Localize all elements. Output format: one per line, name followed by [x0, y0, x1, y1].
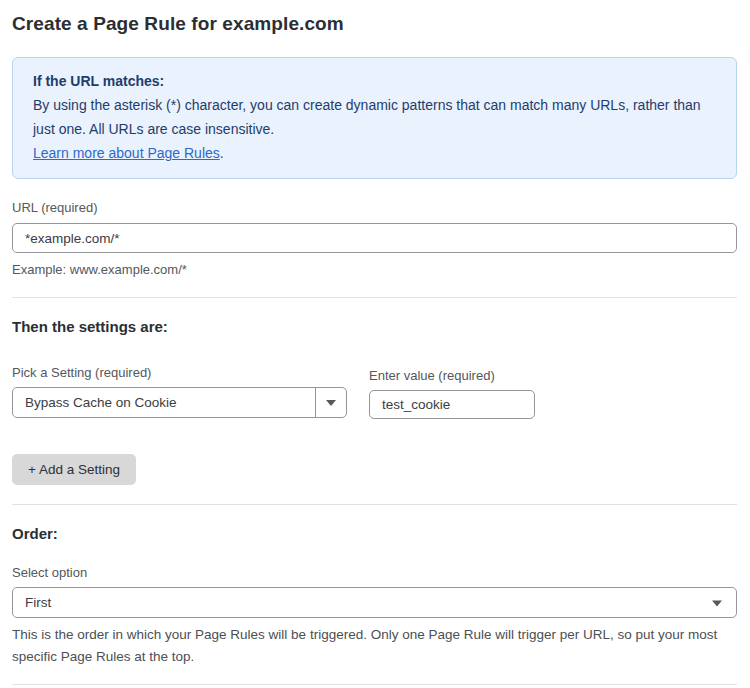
add-setting-button[interactable]: + Add a Setting	[12, 454, 136, 485]
setting-select[interactable]: Bypass Cache on Cookie	[12, 387, 347, 418]
settings-section-heading: Then the settings are:	[12, 318, 737, 335]
order-select-value: First	[13, 595, 736, 610]
order-section-heading: Order:	[12, 525, 737, 542]
info-callout-link-line: Learn more about Page Rules.	[33, 141, 716, 165]
url-input[interactable]	[12, 223, 737, 253]
url-field-label: URL (required)	[12, 200, 737, 215]
url-match-info-callout: If the URL matches: By using the asteris…	[12, 57, 737, 179]
setting-select-value: Bypass Cache on Cookie	[13, 395, 315, 410]
value-field-label: Enter value (required)	[369, 368, 535, 383]
info-callout-heading: If the URL matches:	[33, 69, 716, 93]
divider	[12, 504, 737, 505]
setting-select-arrow-button[interactable]	[315, 388, 346, 417]
order-select-label: Select option	[12, 565, 737, 580]
divider	[12, 297, 737, 298]
info-callout-body: By using the asterisk (*) character, you…	[33, 93, 716, 141]
url-helper-text: Example: www.example.com/*	[12, 260, 737, 280]
setting-row: Pick a Setting (required) Bypass Cache o…	[12, 339, 737, 419]
setting-value-column: Enter value (required)	[369, 346, 535, 419]
setting-select-label: Pick a Setting (required)	[12, 365, 347, 380]
page-rules-link[interactable]: Learn more about Page Rules	[33, 145, 220, 161]
setting-value-input[interactable]	[369, 390, 535, 419]
setting-select-column: Pick a Setting (required) Bypass Cache o…	[12, 339, 347, 418]
caret-down-icon	[326, 400, 336, 406]
order-select[interactable]: First	[12, 587, 737, 618]
divider	[12, 684, 737, 685]
order-helper-text: This is the order in which your Page Rul…	[12, 624, 737, 668]
link-period: .	[220, 145, 224, 161]
page-title: Create a Page Rule for example.com	[12, 13, 737, 35]
create-page-rule-form: Create a Page Rule for example.com If th…	[0, 0, 750, 688]
caret-down-icon	[712, 600, 722, 606]
